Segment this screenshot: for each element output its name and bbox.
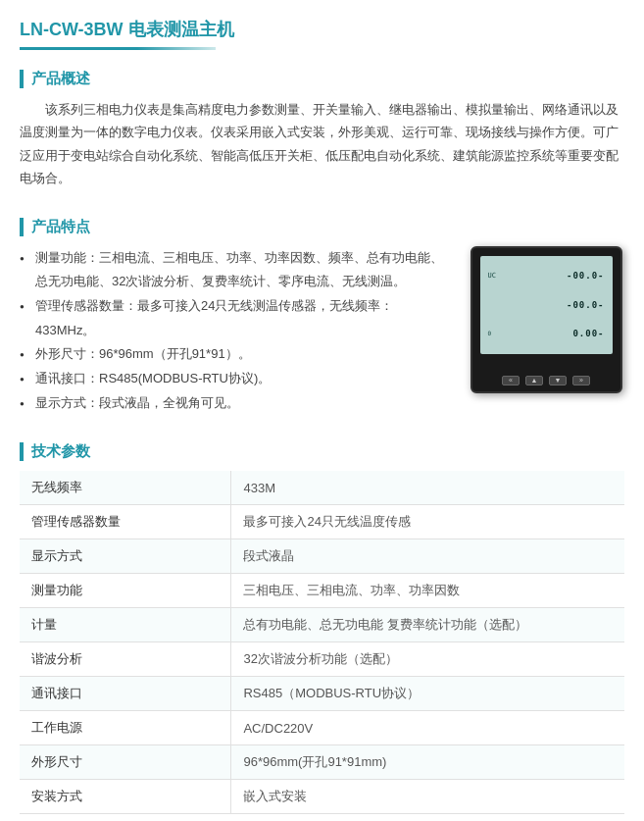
spec-param-7: 工作电源 — [20, 711, 231, 745]
device-image: UC -00.0- -00.0- 0 0.00- « — [471, 246, 622, 393]
btn-down: ▼ — [549, 376, 567, 385]
specs-tbody: 无线频率433M管理传感器数量最多可接入24只无线温度传感显示方式段式液晶测量功… — [20, 471, 624, 814]
spec-value-4: 总有功电能、总无功电能 复费率统计功能（选配） — [231, 608, 624, 642]
feature-item-4: 显示方式：段式液晶，全视角可见。 — [20, 391, 452, 416]
btn-up: ▲ — [525, 376, 543, 385]
spec-param-9: 安装方式 — [20, 780, 231, 814]
feature-item-2: 外形尺寸：96*96mm（开孔91*91）。 — [20, 342, 452, 367]
device-screen: UC -00.0- -00.0- 0 0.00- — [480, 256, 613, 354]
specs-row-9: 安装方式嵌入式安装 — [20, 780, 624, 814]
title-underline — [20, 47, 216, 50]
spec-param-4: 计量 — [20, 608, 231, 642]
specs-row-5: 谐波分析32次谐波分析功能（选配） — [20, 642, 624, 677]
spec-value-5: 32次谐波分析功能（选配） — [231, 642, 624, 677]
device-buttons: « ▲ ▼ » — [502, 376, 590, 385]
specs-row-6: 通讯接口RS485（MODBUS-RTU协议） — [20, 677, 624, 711]
specs-row-7: 工作电源AC/DC220V — [20, 711, 624, 745]
spec-param-0: 无线频率 — [20, 471, 231, 505]
features-list: 测量功能：三相电流、三相电压、功率、功率因数、频率、总有功电能、总无功电能、32… — [20, 246, 452, 416]
specs-row-2: 显示方式段式液晶 — [20, 539, 624, 574]
spec-param-5: 谐波分析 — [20, 642, 231, 677]
features-heading: 产品特点 — [20, 218, 624, 236]
spec-value-8: 96*96mm(开孔91*91mm) — [231, 745, 624, 780]
spec-value-9: 嵌入式安装 — [231, 780, 624, 814]
section-specs: 技术参数 无线频率433M管理传感器数量最多可接入24只无线温度传感显示方式段式… — [20, 442, 624, 814]
product-image-container: UC -00.0- -00.0- 0 0.00- « — [468, 246, 624, 393]
screen-row-3: 0 0.00- — [488, 329, 605, 338]
spec-param-2: 显示方式 — [20, 539, 231, 574]
overview-heading: 产品概述 — [20, 70, 624, 88]
btn-forward: » — [572, 376, 590, 385]
spec-param-3: 测量功能 — [20, 574, 231, 608]
spec-value-1: 最多可接入24只无线温度传感 — [231, 505, 624, 539]
page-wrapper: LN-CW-3BW 电表测温主机 产品概述 该系列三相电力仪表是集高精度电力参数… — [0, 0, 644, 821]
screen-label-1: UC — [488, 272, 496, 280]
specs-row-4: 计量总有功电能、总无功电能 复费率统计功能（选配） — [20, 608, 624, 642]
specs-row-3: 测量功能三相电压、三相电流、功率、功率因数 — [20, 574, 624, 608]
screen-row-2: -00.0- — [488, 300, 605, 310]
spec-param-6: 通讯接口 — [20, 677, 231, 711]
overview-text: 该系列三相电力仪表是集高精度电力参数测量、开关量输入、继电器输出、模拟量输出、网… — [20, 98, 624, 190]
section-features: 产品特点 测量功能：三相电流、三相电压、功率、功率因数、频率、总有功电能、总无功… — [20, 218, 624, 416]
features-text: 测量功能：三相电流、三相电压、功率、功率因数、频率、总有功电能、总无功电能、32… — [20, 246, 452, 416]
section-overview: 产品概述 该系列三相电力仪表是集高精度电力参数测量、开关量输入、继电器输出、模拟… — [20, 70, 624, 190]
spec-value-0: 433M — [231, 471, 624, 505]
feature-item-3: 通讯接口：RS485(MODBUS-RTU协议)。 — [20, 367, 452, 391]
feature-item-0: 测量功能：三相电流、三相电压、功率、功率因数、频率、总有功电能、总无功电能、32… — [20, 246, 452, 294]
specs-row-1: 管理传感器数量最多可接入24只无线温度传感 — [20, 505, 624, 539]
product-title: LN-CW-3BW 电表测温主机 — [20, 18, 624, 41]
screen-value-3: 0.00- — [572, 329, 604, 338]
btn-back: « — [502, 376, 520, 385]
screen-small-1: 0 — [488, 330, 492, 336]
spec-value-6: RS485（MODBUS-RTU协议） — [231, 677, 624, 711]
spec-param-1: 管理传感器数量 — [20, 505, 231, 539]
spec-value-3: 三相电压、三相电流、功率、功率因数 — [231, 574, 624, 608]
spec-param-8: 外形尺寸 — [20, 745, 231, 780]
spec-value-7: AC/DC220V — [231, 711, 624, 745]
screen-value-1: -00.0- — [567, 271, 605, 281]
screen-row-1: UC -00.0- — [488, 271, 605, 281]
specs-row-8: 外形尺寸96*96mm(开孔91*91mm) — [20, 745, 624, 780]
screen-value-2: -00.0- — [567, 300, 605, 310]
specs-heading: 技术参数 — [20, 442, 624, 461]
specs-row-0: 无线频率433M — [20, 471, 624, 505]
spec-value-2: 段式液晶 — [231, 539, 624, 574]
feature-item-1: 管理传感器数量：最多可接入24只无线测温传感器，无线频率：433MHz。 — [20, 294, 452, 342]
features-layout: 测量功能：三相电流、三相电压、功率、功率因数、频率、总有功电能、总无功电能、32… — [20, 246, 624, 416]
specs-table: 无线频率433M管理传感器数量最多可接入24只无线温度传感显示方式段式液晶测量功… — [20, 471, 624, 814]
